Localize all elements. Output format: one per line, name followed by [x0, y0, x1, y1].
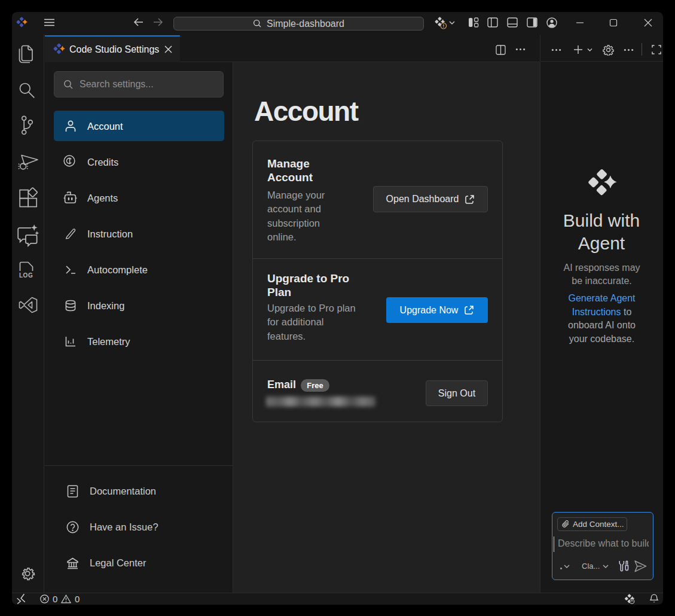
svg-text:LOG: LOG	[19, 272, 33, 279]
